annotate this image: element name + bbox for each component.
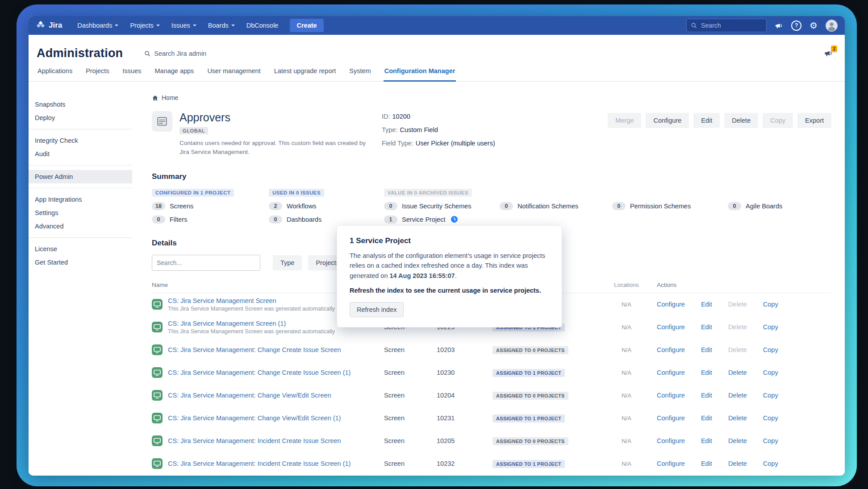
nav-projects[interactable]: Projects [130, 22, 159, 29]
table-row: CS: Jira Service Management: Change Crea… [152, 339, 831, 361]
screen-name-link[interactable]: CS: Jira Service Management Screen (1) [168, 320, 335, 327]
gear-icon[interactable]: ⚙ [810, 20, 818, 31]
row-configure-link[interactable]: Configure [657, 392, 685, 399]
sidebar-item-settings[interactable]: Settings [29, 206, 132, 220]
entity-description: Contains users needed for approval. This… [179, 139, 367, 157]
tab-user-management[interactable]: User management [206, 67, 261, 81]
stat-count: 1 [384, 215, 397, 224]
custom-field-icon [152, 111, 172, 132]
usage-badge: ASSIGNED TO 1 PROJECT [492, 460, 565, 468]
row-copy-link[interactable]: Copy [763, 460, 778, 467]
row-delete-link[interactable]: Delete [728, 369, 747, 376]
row-configure-link[interactable]: Configure [657, 301, 685, 308]
create-button[interactable]: Create [290, 19, 323, 32]
row-copy-link[interactable]: Copy [763, 369, 778, 376]
refresh-index-button[interactable]: Refresh index [350, 302, 404, 317]
chevron-down-icon [156, 25, 160, 26]
sidebar-item-integrity-check[interactable]: Integrity Check [29, 134, 132, 147]
row-edit-link[interactable]: Edit [701, 460, 712, 467]
sidebar-item-advanced[interactable]: Advanced [29, 220, 132, 233]
row-edit-link[interactable]: Edit [701, 414, 712, 422]
screen-icon [152, 299, 163, 310]
edit-button[interactable]: Edit [693, 113, 720, 128]
tab-projects[interactable]: Projects [85, 67, 110, 81]
row-copy-link[interactable]: Copy [763, 346, 778, 353]
screen-name-link[interactable]: CS: Jira Service Management: Change View… [168, 392, 331, 399]
tab-issues[interactable]: Issues [122, 67, 142, 81]
row-delete-link[interactable]: Delete [728, 437, 747, 444]
notification-badge: 2 [831, 46, 837, 52]
sidebar-item-license[interactable]: License [29, 242, 132, 256]
row-copy-link[interactable]: Copy [763, 301, 778, 308]
jira-logo[interactable]: Jira [36, 21, 62, 30]
row-copy-link[interactable]: Copy [763, 414, 778, 422]
id-cell: 10230 [437, 369, 492, 376]
sidebar-item-get-started[interactable]: Get Started [29, 256, 132, 269]
row-edit-link[interactable]: Edit [701, 301, 712, 308]
row-edit-link[interactable]: Edit [701, 323, 712, 331]
sidebar-item-audit[interactable]: Audit [29, 147, 132, 161]
table-row: CS: Jira Service Management: Incident Cr… [152, 430, 831, 452]
sidebar-item-power-admin[interactable]: Power Admin [29, 170, 132, 183]
announcements-icon[interactable]: 2 [824, 49, 833, 58]
tab-latest-upgrade-report[interactable]: Latest upgrade report [273, 67, 337, 81]
tab-applications[interactable]: Applications [37, 67, 73, 81]
row-delete-link[interactable]: Delete [728, 414, 747, 422]
nav-search-input[interactable] [700, 21, 764, 29]
row-copy-link[interactable]: Copy [763, 392, 778, 399]
nav-dashboards[interactable]: Dashboards [77, 22, 118, 29]
nav-dbconsole[interactable]: DbConsole [246, 22, 279, 29]
avatar[interactable] [826, 20, 838, 32]
sidebar-item-app-integrations[interactable]: App Integrations [29, 193, 132, 206]
delete-button[interactable]: Delete [724, 113, 758, 128]
sidebar-item-deploy[interactable]: Deploy [29, 111, 132, 124]
usage-badge: ASSIGNED TO 1 PROJECT [492, 369, 565, 377]
screen-name-link[interactable]: CS: Jira Service Management Screen [168, 297, 335, 304]
row-delete-link[interactable]: Delete [728, 460, 747, 467]
breadcrumb-home-label: Home [162, 94, 178, 101]
clock-icon[interactable] [451, 216, 458, 223]
screen-icon [152, 322, 163, 332]
row-configure-link[interactable]: Configure [657, 437, 685, 444]
screen-icon [152, 390, 163, 401]
screen-name-link[interactable]: CS: Jira Service Management: Change View… [168, 414, 341, 422]
row-edit-link[interactable]: Edit [701, 346, 712, 353]
row-edit-link[interactable]: Edit [701, 392, 712, 399]
page-title: Administration [37, 46, 123, 60]
help-icon[interactable]: ? [791, 21, 801, 31]
row-configure-link[interactable]: Configure [657, 369, 685, 376]
screen-name-link[interactable]: CS: Jira Service Management: Change Crea… [168, 346, 341, 353]
sidebar-item-snapshots[interactable]: Snapshots [29, 98, 132, 111]
row-copy-link[interactable]: Copy [763, 323, 778, 331]
nav-issues[interactable]: Issues [171, 22, 196, 29]
row-copy-link[interactable]: Copy [763, 437, 778, 444]
feedback-megaphone-icon[interactable] [775, 21, 783, 30]
nav-dbconsole-label: DbConsole [246, 22, 279, 29]
screen-name-link[interactable]: CS: Jira Service Management: Change Crea… [168, 369, 351, 376]
screen-name-link[interactable]: CS: Jira Service Management: Incident Cr… [168, 460, 351, 467]
row-edit-link[interactable]: Edit [701, 369, 712, 376]
tab-manage-apps[interactable]: Manage apps [154, 67, 195, 81]
row-configure-link[interactable]: Configure [657, 346, 685, 353]
tab-system[interactable]: System [348, 67, 371, 81]
nav-search[interactable] [686, 19, 767, 32]
export-button[interactable]: Export [797, 113, 831, 128]
type-filter-button[interactable]: Type [273, 255, 302, 270]
row-edit-link[interactable]: Edit [701, 437, 712, 444]
configure-button[interactable]: Configure [646, 113, 689, 128]
header-locations: Locations [600, 282, 653, 288]
summary-heading: Summary [152, 172, 831, 181]
screen-name-link[interactable]: CS: Jira Service Management: Incident Cr… [168, 437, 341, 444]
details-search-input[interactable] [152, 255, 260, 271]
nav-boards[interactable]: Boards [208, 22, 235, 29]
row-delete-link[interactable]: Delete [728, 392, 747, 399]
admin-search[interactable]: Search Jira admin [144, 50, 206, 57]
tab-configuration-manager[interactable]: Configuration Manager [384, 67, 456, 82]
table-row: CS: Jira Service Management: Change View… [152, 407, 831, 430]
row-configure-link[interactable]: Configure [657, 460, 685, 467]
breadcrumb[interactable]: Home [152, 94, 831, 101]
id-cell: 10231 [437, 414, 492, 422]
row-configure-link[interactable]: Configure [657, 414, 685, 422]
stat-agile-boards: 0Agile Boards [728, 202, 831, 210]
row-configure-link[interactable]: Configure [657, 323, 685, 331]
